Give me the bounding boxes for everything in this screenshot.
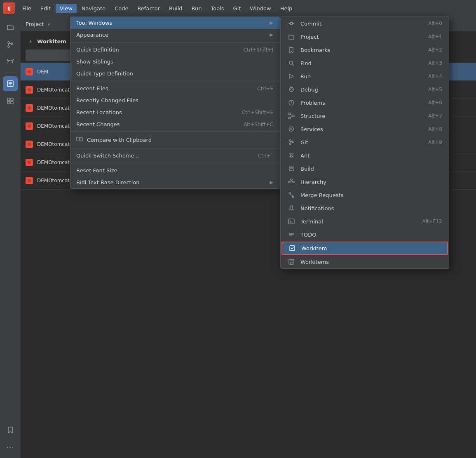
notifications-icon xyxy=(286,205,296,211)
menu-item-label: Bidi Text Base Direction xyxy=(76,179,267,186)
tw-item-problems[interactable]: Problems Alt+6 xyxy=(281,96,449,109)
svg-rect-8 xyxy=(7,98,10,101)
menu-tools[interactable]: Tools xyxy=(207,4,228,13)
svg-point-22 xyxy=(291,89,292,90)
hierarchy-icon xyxy=(286,179,296,185)
tw-item-workitem[interactable]: Workitem xyxy=(281,242,448,255)
tool-windows-submenu[interactable]: Commit Alt+0 Project Alt+1 Bookmarks Alt… xyxy=(280,16,449,269)
view-menu[interactable]: Tool Windows ▶ Appearance ▶ Quick Defini… xyxy=(70,16,280,189)
menu-run[interactable]: Run xyxy=(188,4,206,13)
svg-marker-20 xyxy=(290,74,293,78)
svg-point-55 xyxy=(292,196,294,198)
menu-item-quick-type-definition[interactable]: Quick Type Definition xyxy=(70,68,280,80)
menu-item-recent-locations[interactable]: Recent Locations Ctrl+Shift+E xyxy=(70,106,280,118)
sidebar-plugins-icon[interactable] xyxy=(3,94,18,108)
menu-window[interactable]: Window xyxy=(246,4,275,13)
menu-refactor[interactable]: Refactor xyxy=(133,4,164,13)
sidebar-todo-icon[interactable] xyxy=(3,76,18,91)
menu-item-compare-clipboard[interactable]: Compare with Clipboard xyxy=(70,133,280,147)
tw-item-terminal[interactable]: Terminal Alt+F12 xyxy=(281,215,449,228)
collapse-button[interactable]: ∧ xyxy=(26,37,35,45)
sidebar-more-icon[interactable]: ··· xyxy=(3,440,18,455)
svg-rect-48 xyxy=(291,179,292,180)
sidebar-git-icon[interactable] xyxy=(3,37,18,52)
shortcut-label: Alt+Shift+C xyxy=(244,122,273,127)
tw-item-todo[interactable]: TODO xyxy=(281,228,449,241)
svg-rect-30 xyxy=(288,117,291,119)
tw-item-label: Bookmarks xyxy=(300,47,428,53)
menu-item-tool-windows[interactable]: Tool Windows ▶ xyxy=(70,17,280,29)
svg-point-56 xyxy=(292,206,293,207)
svg-line-43 xyxy=(289,156,290,157)
tw-item-project[interactable]: Project Alt+1 xyxy=(281,30,449,43)
svg-rect-28 xyxy=(288,113,291,115)
svg-point-40 xyxy=(291,155,293,157)
tw-item-services[interactable]: Services Alt+8 xyxy=(281,122,449,136)
find-icon xyxy=(286,60,296,66)
red-dot-badge xyxy=(26,141,33,148)
tw-item-merge-requests[interactable]: Merge Requests xyxy=(281,188,449,202)
menu-item-bidi-text[interactable]: Bidi Text Base Direction ▶ xyxy=(70,176,280,188)
tw-item-notifications[interactable]: Notifications xyxy=(281,202,449,215)
sidebar-folder-icon[interactable] xyxy=(3,20,18,35)
menu-item-label: Quick Type Definition xyxy=(76,70,273,77)
tw-item-run[interactable]: Run Alt+4 xyxy=(281,70,449,83)
menu-item-reset-font-size[interactable]: Reset Font Size xyxy=(70,164,280,176)
tw-item-find[interactable]: Find Alt+3 xyxy=(281,56,449,70)
menu-git[interactable]: Git xyxy=(229,4,245,13)
left-sidebar: ··· xyxy=(0,16,21,458)
tw-item-ant[interactable]: Ant xyxy=(281,149,449,162)
tw-item-debug[interactable]: Debug Alt+5 xyxy=(281,83,449,96)
menu-separator xyxy=(70,42,280,42)
ant-icon xyxy=(286,152,296,159)
menu-item-quick-switch-scheme[interactable]: Quick Switch Scheme... Ctrl+` xyxy=(70,150,280,162)
tw-item-structure[interactable]: Structure Alt+7 xyxy=(281,109,449,122)
svg-point-35 xyxy=(289,140,291,141)
menu-item-recent-changes[interactable]: Recent Changes Alt+Shift+C xyxy=(70,118,280,130)
tw-item-workitems[interactable]: Workitems xyxy=(281,255,449,268)
sidebar-bookmark-icon[interactable] xyxy=(3,423,18,437)
submenu-arrow-icon: ▶ xyxy=(270,32,273,38)
svg-line-52 xyxy=(289,181,291,182)
menu-item-quick-definition[interactable]: Quick Definition Ctrl+Shift+I xyxy=(70,44,280,56)
tw-item-git[interactable]: Git Alt+9 xyxy=(281,136,449,149)
svg-point-39 xyxy=(291,153,292,155)
menu-edit[interactable]: Edit xyxy=(36,4,55,13)
compare-icon xyxy=(76,136,84,144)
tw-item-label: Git xyxy=(300,139,428,146)
menu-item-label: Tool Windows xyxy=(76,20,267,26)
menu-build[interactable]: Build xyxy=(165,4,187,13)
tw-item-label: Hierarchy xyxy=(300,179,442,185)
menu-file[interactable]: File xyxy=(18,4,35,13)
tw-item-hierarchy[interactable]: Hierarchy xyxy=(281,175,449,188)
menu-item-appearance[interactable]: Appearance ▶ xyxy=(70,29,280,41)
menu-separator xyxy=(70,148,280,148)
tw-item-label: Merge Requests xyxy=(300,192,442,198)
menu-help[interactable]: Help xyxy=(276,4,297,13)
shortcut-label: Alt+6 xyxy=(428,100,442,106)
menu-view[interactable]: View xyxy=(56,4,77,13)
tw-item-commit[interactable]: Commit Alt+0 xyxy=(281,17,449,30)
menu-item-recent-files[interactable]: Recent Files Ctrl+E xyxy=(70,82,280,94)
menu-separator xyxy=(70,132,280,132)
svg-point-1 xyxy=(8,46,9,47)
menu-navigate[interactable]: Navigate xyxy=(77,4,110,13)
tw-item-label: Structure xyxy=(300,113,428,119)
menu-item-show-siblings[interactable]: Show Siblings xyxy=(70,56,280,68)
menu-item-label: Compare with Clipboard xyxy=(87,137,273,143)
menu-separator xyxy=(70,163,280,163)
project-dropdown-arrow[interactable]: ∨ xyxy=(47,21,50,27)
menu-code[interactable]: Code xyxy=(110,4,132,13)
tw-item-bookmarks[interactable]: Bookmarks Alt+2 xyxy=(281,43,449,56)
tw-item-build[interactable]: Build xyxy=(281,162,449,175)
shortcut-label: Alt+9 xyxy=(428,139,442,145)
svg-point-36 xyxy=(289,143,291,145)
sidebar-cat-icon[interactable] xyxy=(3,54,18,69)
bookmark-icon xyxy=(286,47,296,53)
git-branch-icon xyxy=(286,139,296,146)
shortcut-label: Alt+0 xyxy=(428,21,442,26)
menu-item-recently-changed-files[interactable]: Recently Changed Files xyxy=(70,94,280,106)
svg-line-44 xyxy=(293,156,294,157)
svg-rect-13 xyxy=(80,137,82,141)
svg-line-53 xyxy=(291,181,293,182)
